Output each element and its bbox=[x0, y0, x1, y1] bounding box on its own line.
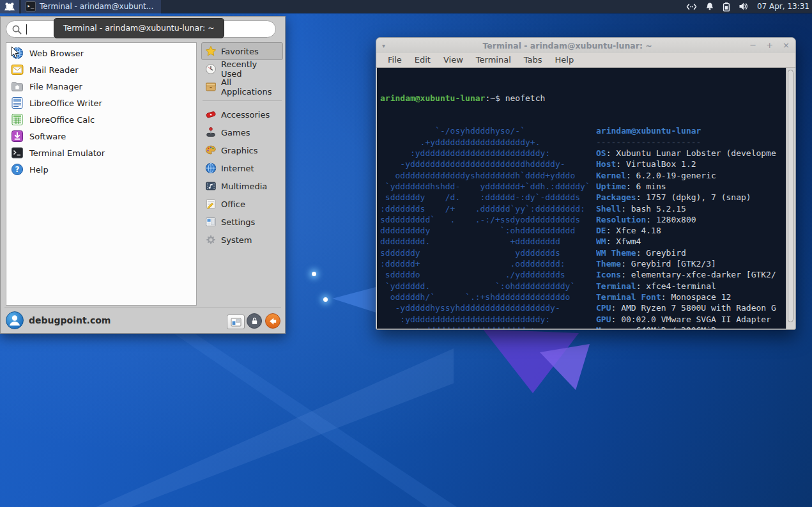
log-out-button[interactable] bbox=[265, 313, 280, 329]
wallpaper-dot bbox=[323, 297, 328, 302]
neofetch-ascii-art: `-/osyhddddhyso/-` .+ydddddddddddddddddd… bbox=[380, 125, 596, 329]
category-all-applications[interactable]: All Applications bbox=[201, 78, 283, 96]
neofetch-info: arindam@xubuntu-lunar-------------------… bbox=[596, 125, 786, 329]
menu-app-terminal-emulator[interactable]: Terminal Emulator bbox=[6, 144, 196, 161]
info-value: : 6.2.0-19-generic bbox=[626, 171, 716, 180]
info-label: Uptime bbox=[596, 182, 626, 191]
mouse-cursor bbox=[11, 46, 20, 59]
info-line: Packages: 1757 (dpkg), 7 (snap) bbox=[596, 192, 786, 203]
category-system[interactable]: System bbox=[201, 231, 283, 249]
software-icon bbox=[11, 130, 24, 143]
category-internet[interactable]: Internet bbox=[201, 159, 283, 177]
category-label: Internet bbox=[221, 164, 254, 173]
info-label: Terminal bbox=[596, 281, 636, 291]
category-graphics[interactable]: Graphics bbox=[201, 141, 283, 159]
whisker-menu: Web Browser Mail Reader File Manager bbox=[0, 16, 286, 334]
info-value: : 00:02.0 VMware SVGA II Adapter bbox=[611, 315, 770, 324]
settings-panels-icon bbox=[231, 318, 241, 327]
info-value: : Greybird [GTK2/3] bbox=[621, 259, 716, 269]
volume-icon[interactable] bbox=[739, 2, 749, 11]
info-label: CPU bbox=[596, 303, 611, 313]
menu-app-libreoffice-writer[interactable]: LibreOffice Writer bbox=[6, 95, 196, 111]
info-label: Kernel bbox=[596, 171, 626, 180]
info-value: : xfce4-terminal bbox=[636, 281, 716, 291]
tooltip: Terminal - arindam@xubuntu-lunar: ~ bbox=[54, 18, 224, 38]
info-label: WM Theme bbox=[596, 248, 636, 258]
info-value: : 640MiB / 3906MiB bbox=[626, 325, 716, 329]
battery-icon[interactable] bbox=[723, 2, 730, 12]
info-line: WM: Xfwm4 bbox=[596, 236, 786, 247]
maximize-button[interactable]: + bbox=[766, 38, 773, 53]
settings-manager-button[interactable] bbox=[227, 315, 245, 329]
menu-terminal[interactable]: Terminal bbox=[470, 53, 517, 67]
panel-clock[interactable]: 07 Apr, 13:31 bbox=[757, 2, 809, 11]
category-label: Games bbox=[221, 128, 250, 137]
username: debugpoint.com bbox=[29, 315, 111, 325]
notifications-icon[interactable] bbox=[705, 2, 714, 11]
menu-help[interactable]: Help bbox=[549, 53, 581, 67]
desktop: ▸_ Terminal - arindam@xubunt... bbox=[0, 0, 812, 507]
close-button[interactable]: × bbox=[783, 38, 790, 53]
info-line: Resolution: 1280x800 bbox=[596, 214, 786, 225]
text-caret bbox=[26, 24, 27, 35]
user-avatar bbox=[6, 311, 24, 329]
window-titlebar: ▾ Terminal - arindam@xubuntu-lunar: ~ − … bbox=[376, 38, 795, 53]
taskbar-window-button[interactable]: ▸_ Terminal - arindam@xubunt... bbox=[21, 0, 161, 13]
menu-app-mail-reader[interactable]: Mail Reader bbox=[6, 61, 196, 78]
minimize-button[interactable]: − bbox=[749, 38, 756, 53]
scrollbar-thumb[interactable] bbox=[788, 70, 793, 322]
menu-app-file-manager[interactable]: File Manager bbox=[6, 78, 196, 95]
whisker-menu-button[interactable] bbox=[0, 0, 19, 13]
menu-app-help[interactable]: ? Help bbox=[6, 161, 196, 178]
gear-icon bbox=[205, 234, 217, 246]
info-line: Terminal: xfce4-terminal bbox=[596, 281, 786, 292]
category-recently-used[interactable]: Recently Used bbox=[201, 60, 283, 78]
top-panel: ▸_ Terminal - arindam@xubunt... bbox=[0, 0, 812, 13]
menu-view[interactable]: View bbox=[437, 53, 470, 67]
info-line: Kernel: 6.2.0-19-generic bbox=[596, 170, 786, 181]
info-value: : Greybird bbox=[636, 248, 686, 258]
menu-file[interactable]: File bbox=[381, 53, 408, 67]
info-value: : elementary-xfce-darker [GTK2/ bbox=[621, 270, 776, 279]
prompt-command: neofetch bbox=[505, 93, 546, 103]
menu-app-libreoffice-calc[interactable]: LibreOffice Calc bbox=[6, 111, 196, 128]
category-office[interactable]: Office bbox=[201, 195, 283, 213]
settings-panels-icon bbox=[205, 216, 217, 228]
category-settings[interactable]: Settings bbox=[201, 213, 283, 231]
info-value: : bash 5.2.15 bbox=[621, 204, 686, 214]
lock-screen-button[interactable] bbox=[247, 313, 262, 329]
category-label: Recently Used bbox=[221, 59, 279, 79]
info-label: OS bbox=[596, 148, 606, 158]
info-separator: --------------------- bbox=[596, 137, 786, 148]
category-games[interactable]: Games bbox=[201, 123, 283, 141]
info-line: DE: Xfce 4.18 bbox=[596, 225, 786, 236]
info-label: Icons bbox=[596, 270, 621, 279]
info-line: Host: VirtualBox 1.2 bbox=[596, 159, 786, 169]
info-value: : 1757 (dpkg), 7 (snap) bbox=[636, 192, 751, 202]
app-label: Web Browser bbox=[29, 49, 84, 58]
lock-icon bbox=[250, 316, 259, 325]
window-menu-icon[interactable]: ▾ bbox=[382, 42, 385, 49]
info-label: Host bbox=[596, 159, 616, 169]
info-label: Packages bbox=[596, 192, 636, 202]
category-favorites[interactable]: Favorites bbox=[201, 42, 283, 60]
category-multimedia[interactable]: Multimedia bbox=[201, 177, 283, 195]
info-value: : AMD Ryzen 7 5800U with Radeon G bbox=[611, 303, 776, 313]
info-line: Icons: elementary-xfce-darker [GTK2/ bbox=[596, 269, 786, 280]
terminal-content[interactable]: arindam@xubuntu-lunar:~$ neofetch `-/osy… bbox=[377, 68, 786, 329]
swiss-knife-icon bbox=[205, 109, 217, 120]
info-label: GPU bbox=[596, 315, 611, 324]
category-label: Multimedia bbox=[221, 182, 267, 191]
menu-app-software[interactable]: Software bbox=[6, 128, 196, 144]
calc-icon bbox=[11, 113, 24, 126]
menu-edit[interactable]: Edit bbox=[408, 53, 437, 67]
info-label: Terminal Font bbox=[596, 292, 661, 302]
menu-tabs[interactable]: Tabs bbox=[517, 53, 549, 67]
prompt-suffix: :~$ bbox=[485, 93, 505, 103]
category-separator bbox=[203, 100, 282, 101]
category-accessories[interactable]: Accessories bbox=[201, 105, 283, 123]
menu-app-web-browser[interactable]: Web Browser bbox=[6, 45, 196, 61]
category-label: Favorites bbox=[221, 47, 259, 56]
terminal-scrollbar[interactable] bbox=[786, 68, 795, 329]
network-icon[interactable] bbox=[686, 3, 697, 11]
